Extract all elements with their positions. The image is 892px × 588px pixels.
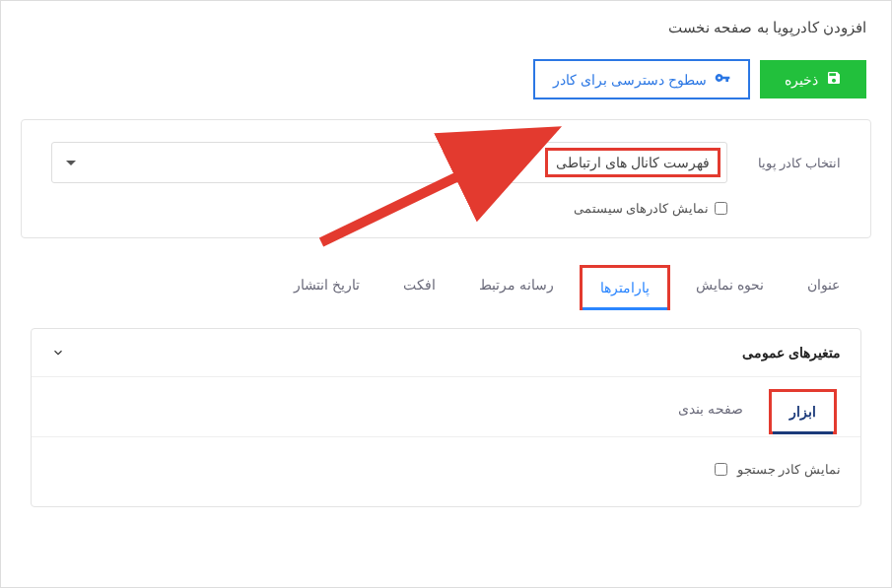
access-levels-button[interactable]: سطوح دسترسی برای کادر [533, 59, 750, 99]
subtab-annotation: ابزار [769, 389, 837, 434]
select-row: انتخاب کادر پویا فهرست کانال های ارتباطی [51, 142, 841, 183]
params-card: متغیرهای عمومی ابزارصفحه بندی نمایش کادر… [31, 328, 861, 507]
subtab-paging[interactable]: صفحه بندی [656, 387, 765, 436]
select-label: انتخاب کادر پویا [747, 156, 841, 170]
select-wrap: فهرست کانال های ارتباطی [51, 142, 727, 183]
dynamic-box-select[interactable]: فهرست کانال های ارتباطی [51, 142, 727, 183]
key-icon [715, 70, 730, 89]
action-bar: ذخیره سطوح دسترسی برای کادر [1, 54, 891, 119]
save-icon [826, 70, 842, 89]
tab-effect[interactable]: افکت [381, 263, 457, 312]
select-panel: انتخاب کادر پویا فهرست کانال های ارتباطی… [21, 119, 871, 238]
save-label: ذخیره [785, 72, 818, 88]
tab-title[interactable]: عنوان [786, 263, 861, 312]
sub-tabs: ابزارصفحه بندی [32, 376, 860, 436]
tab-publish[interactable]: تاریخ انتشار [272, 263, 381, 312]
accordion-header[interactable]: متغیرهای عمومی [32, 329, 860, 376]
chevron-down-icon [51, 346, 65, 359]
caret-down-icon [66, 161, 76, 165]
tab-display[interactable]: نحوه نمایش [674, 263, 786, 312]
search-box-checkbox[interactable] [715, 463, 727, 476]
access-label: سطوح دسترسی برای کادر [553, 72, 707, 88]
tab-media[interactable]: رسانه مرتبط [457, 263, 576, 312]
search-box-label: نمایش کادر جستجو [737, 462, 841, 477]
system-boxes-label[interactable]: نمایش کادرهای سیستمی [574, 201, 709, 216]
page-container: افزودن کادرپویا به صفحه نخست ذخیره سطوح … [0, 0, 892, 588]
save-button[interactable]: ذخیره [760, 60, 866, 98]
subtab-tool[interactable]: ابزار [765, 387, 841, 436]
select-value-annotation: فهرست کانال های ارتباطی [545, 148, 720, 177]
search-field-row: نمایش کادر جستجو [32, 436, 860, 506]
tab-annotation: پارامترها [580, 265, 670, 310]
system-boxes-row: نمایش کادرهای سیستمی [51, 201, 727, 216]
main-tabs: عنواننحوه نمایشپارامترهارسانه مرتبطافکتت… [1, 263, 891, 313]
page-title: افزودن کادرپویا به صفحه نخست [1, 1, 891, 54]
accordion-title: متغیرهای عمومی [742, 345, 841, 360]
select-value: فهرست کانال های ارتباطی [556, 155, 710, 170]
system-boxes-checkbox[interactable] [715, 202, 727, 215]
tab-params[interactable]: پارامترها [576, 263, 674, 312]
